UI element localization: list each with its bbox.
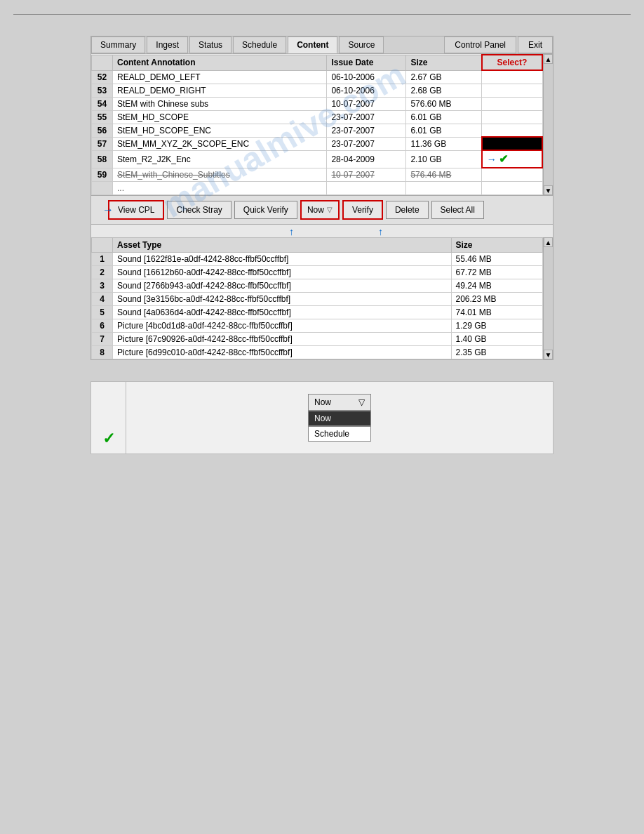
- asset-row[interactable]: 3 Sound [2766b943-a0df-4242-88cc-ffbf50c…: [92, 279, 543, 292]
- now-dropdown[interactable]: Now ▽ Now Schedule: [308, 394, 371, 442]
- asset-row-type: Picture [67c90926-a0df-4242-88cc-ffbf50c…: [113, 332, 452, 345]
- row-select[interactable]: → ✔: [482, 150, 542, 168]
- row-num: 57: [92, 137, 113, 150]
- table-row[interactable]: 55 StEM_HD_SCOPE 23-07-2007 6.01 GB: [92, 110, 543, 124]
- now-dropdown-option-schedule[interactable]: Schedule: [308, 426, 371, 442]
- verify-up-arrow-icon: ↑: [378, 226, 383, 237]
- row-annotation: StEM with Chinese subs: [113, 97, 327, 110]
- asset-row-size: 74.01 MB: [451, 305, 543, 319]
- row-select[interactable]: [482, 70, 542, 84]
- asset-row-type: Picture [4bc0d1d8-a0df-4242-88cc-ffbf50c…: [113, 319, 452, 332]
- row-date: 06-10-2006: [327, 84, 406, 97]
- asset-row-size: 67.72 MB: [451, 265, 543, 279]
- tab-exit[interactable]: Exit: [518, 37, 553, 53]
- asset-row-size: 55.46 MB: [451, 252, 543, 265]
- scroll-up-button[interactable]: ▲: [544, 54, 553, 64]
- asset-row-type: Sound [3e3156bc-a0df-4242-88cc-ffbf50ccf…: [113, 292, 452, 305]
- table-row[interactable]: 54 StEM with Chinese subs 10-07-2007 576…: [92, 97, 543, 110]
- content-scrollbar[interactable]: ▲ ▼: [543, 54, 553, 195]
- asset-row-size: 1.29 GB: [451, 319, 543, 332]
- col-size-header: Size: [406, 55, 482, 70]
- tab-content[interactable]: Content: [288, 37, 337, 53]
- asset-scroll-down-button[interactable]: ▼: [544, 350, 553, 359]
- row-annotation: REALD_DEMO_RIGHT: [113, 84, 327, 97]
- select-all-button[interactable]: Select All: [431, 201, 484, 219]
- view-cpl-button[interactable]: View CPL: [108, 200, 164, 220]
- asset-row-type: Picture [6d99c010-a0df-4242-88cc-ffbf50c…: [113, 345, 452, 359]
- row-annotation: StEM_with_Chinese_Subtitles: [113, 168, 327, 181]
- row-num: 55: [92, 110, 113, 124]
- asset-row[interactable]: 2 Sound [16612b60-a0df-4242-88cc-ffbf50c…: [92, 265, 543, 279]
- row-size: 11.36 GB: [406, 137, 482, 150]
- row-select[interactable]: [482, 168, 542, 181]
- delete-button[interactable]: Delete: [386, 201, 429, 219]
- col-num-header: [92, 55, 113, 70]
- second-panel-checkmark: ✓: [102, 430, 115, 448]
- table-row[interactable]: 56 StEM_HD_SCOPE_ENC 23-07-2007 6.01 GB: [92, 124, 543, 137]
- second-panel-right: Now ▽ Now Schedule: [126, 382, 553, 454]
- row-date: 23-07-2007: [327, 110, 406, 124]
- row-size: [406, 181, 482, 194]
- arrow-icon: →: [487, 154, 497, 165]
- now-dropdown-label[interactable]: Now ▽: [308, 394, 371, 411]
- asset-scrollbar[interactable]: ▲ ▼: [543, 237, 553, 359]
- asset-row[interactable]: 8 Picture [6d99c010-a0df-4242-88cc-ffbf5…: [92, 345, 543, 359]
- row-size: 6.01 GB: [406, 124, 482, 137]
- left-arrow-icon: →: [102, 204, 114, 216]
- row-select[interactable]: [482, 137, 542, 150]
- asset-row[interactable]: 6 Picture [4bc0d1d8-a0df-4242-88cc-ffbf5…: [92, 319, 543, 332]
- row-select[interactable]: [482, 110, 542, 124]
- quick-verify-button[interactable]: Quick Verify: [234, 201, 297, 219]
- row-annotation: REALD_DEMO_LEFT: [113, 70, 327, 84]
- row-date: 28-04-2009: [327, 150, 406, 168]
- now-dropdown-current: Now: [314, 397, 331, 407]
- table-row[interactable]: 53 REALD_DEMO_RIGHT 06-10-2006 2.68 GB: [92, 84, 543, 97]
- tab-summary[interactable]: Summary: [91, 37, 145, 53]
- row-date: 10-07-2007: [327, 97, 406, 110]
- table-row[interactable]: 52 REALD_DEMO_LEFT 06-10-2006 2.67 GB: [92, 70, 543, 84]
- asset-row-type: Sound [16612b60-a0df-4242-88cc-ffbf50ccf…: [113, 265, 452, 279]
- asset-table-section: Asset Type Size 1 Sound [1622f81e-a0df-4…: [91, 237, 553, 359]
- asset-col-type-header: Asset Type: [113, 237, 452, 252]
- asset-row[interactable]: 1 Sound [1622f81e-a0df-4242-88cc-ffbf50c…: [92, 252, 543, 265]
- table-row[interactable]: 57 StEM_MM_XYZ_2K_SCOPE_ENC 23-07-2007 1…: [92, 137, 543, 150]
- tab-ingest[interactable]: Ingest: [147, 37, 188, 53]
- verify-button[interactable]: Verify: [342, 200, 383, 220]
- check-stray-button[interactable]: Check Stray: [167, 201, 231, 219]
- tab-source[interactable]: Source: [339, 37, 384, 53]
- row-select[interactable]: [482, 97, 542, 110]
- scroll-down-button[interactable]: ▼: [544, 185, 553, 195]
- row-select[interactable]: [482, 124, 542, 137]
- asset-scroll-up-button[interactable]: ▲: [544, 237, 553, 247]
- row-annotation: StEM_HD_SCOPE_ENC: [113, 124, 327, 137]
- asset-row-size: 49.24 MB: [451, 279, 543, 292]
- asset-row-type: Sound [1622f81e-a0df-4242-88cc-ffbf50ccf…: [113, 252, 452, 265]
- asset-row-num: 5: [92, 305, 113, 319]
- row-annotation: ...: [113, 181, 327, 194]
- row-date: 10-07-2007: [327, 168, 406, 181]
- asset-row[interactable]: 5 Sound [4a0636d4-a0df-4242-88cc-ffbf50c…: [92, 305, 543, 319]
- row-select[interactable]: [482, 181, 542, 194]
- second-panel-left: ✓: [91, 382, 126, 454]
- tab-status[interactable]: Status: [189, 37, 232, 53]
- table-row[interactable]: 58 Stem_R2_J2K_Enc 28-04-2009 2.10 GB → …: [92, 150, 543, 168]
- col-date-header: Issue Date: [327, 55, 406, 70]
- asset-row-size: 206.23 MB: [451, 292, 543, 305]
- now-dropdown-option-now[interactable]: Now: [308, 411, 371, 426]
- tab-schedule[interactable]: Schedule: [233, 37, 286, 53]
- content-table: Content Annotation Issue Date Size Selec…: [91, 54, 543, 195]
- now-label: Now: [307, 205, 324, 215]
- row-select[interactable]: [482, 84, 542, 97]
- table-row[interactable]: 59 StEM_with_Chinese_Subtitles 10-07-200…: [92, 168, 543, 181]
- annotation-arrows: ↑ ↑: [119, 225, 553, 237]
- asset-row[interactable]: 7 Picture [67c90926-a0df-4242-88cc-ffbf5…: [92, 332, 543, 345]
- asset-row-num: 1: [92, 252, 113, 265]
- asset-row-num: 7: [92, 332, 113, 345]
- asset-row[interactable]: 4 Sound [3e3156bc-a0df-4242-88cc-ffbf50c…: [92, 292, 543, 305]
- tab-control-panel[interactable]: Control Panel: [444, 37, 516, 53]
- now-button[interactable]: Now ▽: [300, 200, 340, 220]
- row-annotation: StEM_MM_XYZ_2K_SCOPE_ENC: [113, 137, 327, 150]
- table-row[interactable]: ...: [92, 181, 543, 194]
- asset-row-type: Sound [4a0636d4-a0df-4242-88cc-ffbf50ccf…: [113, 305, 452, 319]
- asset-row-size: 1.40 GB: [451, 332, 543, 345]
